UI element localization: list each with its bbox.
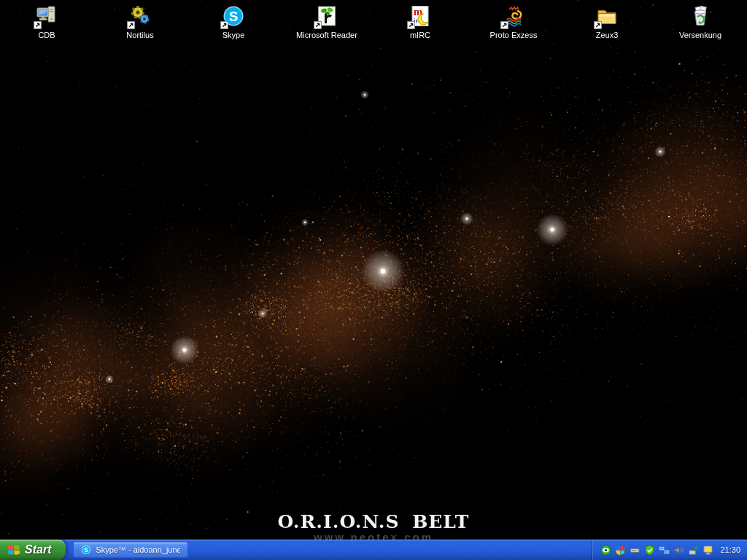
icon-label: Skype — [222, 31, 245, 39]
desktop-icon-versenkung[interactable]: Versenkung — [654, 0, 747, 39]
removable-hardware-icon[interactable] — [629, 544, 640, 556]
icon-label: Microsoft Reader — [296, 31, 357, 39]
shortcut-arrow-icon — [594, 21, 602, 29]
start-button-label: Start — [25, 543, 53, 556]
icon-label: CDB — [38, 31, 55, 39]
recycle-bin-icon — [689, 4, 712, 28]
icon-label: Zeux3 — [596, 31, 619, 39]
desktop-icon-cdb[interactable]: CDB — [0, 0, 93, 39]
volume-icon[interactable] — [673, 544, 684, 556]
skype-icon: S — [81, 545, 91, 555]
windows-xp-desktop: O.R.I.O.N.S BELT www.neotex.com — [0, 0, 747, 560]
desktop-icon-microsoft-reader[interactable]: Microsoft Reader — [280, 0, 374, 39]
nebula-wallpaper-image — [0, 0, 747, 540]
desktop-icon-nortilus[interactable]: Nortilus — [93, 0, 187, 39]
icon-label: Nortilus — [126, 31, 153, 39]
start-button[interactable]: Start — [0, 540, 66, 560]
shortcut-arrow-icon — [220, 21, 228, 29]
update-arrow-icon[interactable] — [687, 544, 699, 556]
shortcut-arrow-icon — [127, 21, 135, 29]
taskbar-task-skype[interactable]: S Skype™ - aidoann_june — [73, 542, 188, 558]
system-tray: 21:30 — [592, 540, 747, 560]
wallpaper-title: O.R.I.O.N.S BELT — [0, 511, 747, 532]
shortcut-arrow-icon — [500, 21, 508, 29]
shortcut-arrow-icon — [314, 21, 322, 29]
display-settings-icon[interactable] — [702, 544, 713, 556]
shortcut-arrow-icon — [407, 21, 415, 29]
task-button-label: Skype™ - aidoann_june — [96, 545, 180, 554]
desktop-icon-mirc[interactable]: m irc mIRC — [374, 0, 467, 39]
desktop-icon-zeux3[interactable]: Zeux3 — [560, 0, 654, 39]
desktop-icon-skype[interactable]: S Skype — [187, 0, 280, 39]
windows-logo-icon — [7, 542, 21, 557]
icon-label: Proto Exzess — [490, 31, 538, 39]
security-shield-icon[interactable] — [643, 544, 655, 556]
icon-label: mIRC — [410, 31, 430, 39]
eye-monitor-icon[interactable] — [600, 544, 611, 556]
desktop-wallpaper: O.R.I.O.N.S BELT www.neotex.com — [0, 0, 747, 540]
network-connections-icon[interactable] — [658, 544, 670, 556]
icon-label: Versenkung — [679, 31, 721, 39]
desktop-icon-row: CDB Nortilu — [0, 0, 747, 39]
taskbar-clock[interactable]: 21:30 — [720, 545, 740, 554]
taskbar: Start S Skype™ - aidoann_june — [0, 540, 747, 560]
svg-text:S: S — [85, 547, 89, 553]
svg-text:S: S — [229, 9, 239, 24]
desktop-icon-proto-exzess[interactable]: Proto Exzess — [467, 0, 560, 39]
messenger-pinwheel-icon[interactable] — [614, 544, 626, 556]
shortcut-arrow-icon — [34, 21, 42, 29]
wallpaper-subtitle-url: www.neotex.com — [0, 531, 747, 540]
